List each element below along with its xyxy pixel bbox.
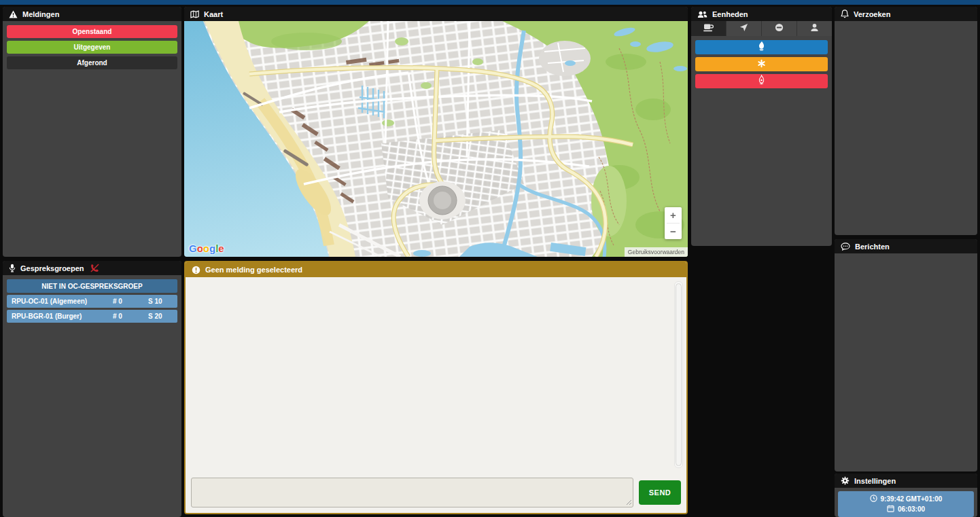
top-accent-bar xyxy=(0,0,980,5)
location-arrow-icon xyxy=(739,22,748,35)
coffee-icon xyxy=(703,22,714,35)
gespreksgroepen-panel: Gespreksgroepen NIET IN OC-GESPREKSGROEP… xyxy=(3,261,181,517)
talkgroup-name: RPU-BGR-01 (Burger) xyxy=(12,313,113,320)
chat-scrollbar-thumb[interactable] xyxy=(676,283,682,466)
google-logo[interactable]: Google xyxy=(189,243,224,254)
map-zoom-control: + − xyxy=(665,207,682,239)
star-of-life-icon xyxy=(757,58,766,71)
filter-openstaand-button[interactable]: Openstaand xyxy=(7,25,177,38)
gespreksgroepen-header: Gespreksgroepen xyxy=(3,261,181,275)
melding-chat-log: SEND xyxy=(186,277,686,513)
talkgroup-slot: S 10 xyxy=(148,298,173,305)
kaart-panel: Kaart xyxy=(184,7,688,257)
users-icon xyxy=(697,10,707,18)
ban-icon xyxy=(775,22,784,35)
clock-icon xyxy=(870,495,877,503)
zoom-out-button[interactable]: − xyxy=(665,224,682,239)
chat-message-input[interactable] xyxy=(191,478,633,507)
unit-politie-button[interactable] xyxy=(695,40,828,54)
melding-detail-panel: Geen melding geselecteerd SEND xyxy=(184,261,688,514)
panel-title: Meldingen xyxy=(22,10,59,18)
talkgroup-members: # 0 xyxy=(113,313,148,320)
filter-afgerond-button[interactable]: Afgerond xyxy=(7,56,177,69)
warning-icon xyxy=(9,10,18,18)
time-display: 9:39:42 GMT+01:00 06:03:00 xyxy=(838,491,974,517)
tab-unavailable[interactable] xyxy=(761,21,797,36)
send-button[interactable]: SEND xyxy=(639,480,681,505)
comments-icon xyxy=(841,243,850,251)
user-icon xyxy=(810,22,819,35)
melding-detail-header: Geen melding geselecteerd xyxy=(186,262,686,277)
meldingen-panel: Meldingen Openstaand Uitgegeven Afgerond xyxy=(3,7,181,257)
verzoeken-panel: Verzoeken xyxy=(835,7,977,235)
unit-status-tabs xyxy=(691,21,832,36)
kaart-header: Kaart xyxy=(184,7,688,21)
panel-title: Eenheden xyxy=(712,10,748,18)
fire-logo-icon xyxy=(757,75,766,88)
eenheden-panel: Eenheden xyxy=(691,7,832,246)
city-map[interactable]: Google Gebruiksvoorwaarden + − xyxy=(184,21,688,257)
map-icon xyxy=(190,10,199,18)
panel-title: Geen melding geselecteerd xyxy=(205,266,302,274)
panel-title: Gespreksgroepen xyxy=(20,264,84,272)
realtime-clock: 9:39:42 GMT+01:00 xyxy=(881,495,943,503)
info-icon xyxy=(192,266,200,274)
tab-coffee[interactable] xyxy=(691,21,726,36)
talkgroup-members: # 0 xyxy=(113,298,148,305)
chat-scrollbar xyxy=(674,281,683,468)
talkgroup-row-rpu-oc-01[interactable]: RPU-OC-01 (Algemeen) # 0 S 10 xyxy=(7,295,177,308)
talkgroup-status-banner: NIET IN OC-GESPREKSGROEP xyxy=(7,279,177,293)
panel-title: Instellingen xyxy=(854,477,896,485)
unit-ambulance-button[interactable] xyxy=(695,57,828,71)
zoom-in-button[interactable]: + xyxy=(665,207,682,223)
calendar-icon xyxy=(887,505,894,514)
microphone-icon xyxy=(9,264,16,272)
talkgroup-name: RPU-OC-01 (Algemeen) xyxy=(12,298,113,305)
game-time: 06:03:00 xyxy=(898,505,925,513)
berichten-header: Berichten xyxy=(835,239,977,253)
eenheden-header: Eenheden xyxy=(691,7,832,21)
verzoeken-header: Verzoeken xyxy=(835,7,977,21)
radio-disconnected-icon[interactable] xyxy=(90,264,99,272)
map-terms-link[interactable]: Gebruiksvoorwaarden xyxy=(625,247,688,257)
talkgroup-slot: S 20 xyxy=(148,313,173,320)
panel-title: Kaart xyxy=(204,10,223,18)
talkgroup-row-rpu-bgr-01[interactable]: RPU-BGR-01 (Burger) # 0 S 20 xyxy=(7,310,177,323)
police-logo-icon xyxy=(757,41,766,54)
bell-icon xyxy=(841,10,849,18)
map-canvas xyxy=(184,21,688,257)
meldingen-header: Meldingen xyxy=(3,7,181,21)
panel-title: Berichten xyxy=(855,243,890,251)
panel-title: Verzoeken xyxy=(854,10,890,18)
instellingen-header: Instellingen xyxy=(835,474,977,488)
tab-personnel[interactable] xyxy=(797,21,832,36)
berichten-panel: Berichten xyxy=(835,239,977,471)
gear-icon xyxy=(841,476,850,485)
instellingen-panel: Instellingen 9:39:42 GMT+01:00 06:03:00 xyxy=(835,474,977,517)
tab-enroute[interactable] xyxy=(726,21,761,36)
unit-brandweer-button[interactable] xyxy=(695,74,828,88)
filter-uitgegeven-button[interactable]: Uitgegeven xyxy=(7,41,177,54)
